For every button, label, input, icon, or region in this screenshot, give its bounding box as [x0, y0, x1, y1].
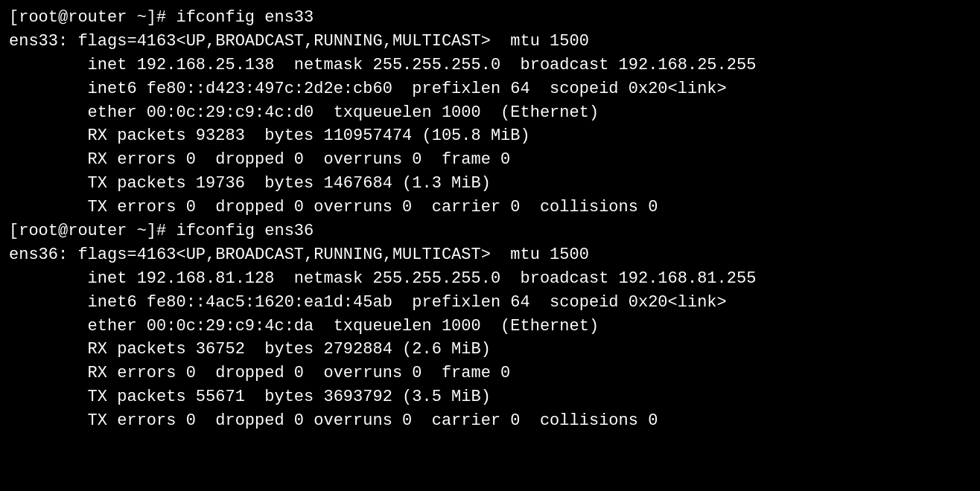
terminal-line: TX errors 0 dropped 0 overruns 0 carrier…: [9, 196, 971, 219]
terminal-line: inet 192.168.25.138 netmask 255.255.255.…: [9, 54, 971, 77]
terminal-line: ether 00:0c:29:c9:4c:da txqueuelen 1000 …: [9, 315, 971, 338]
terminal-line: ether 00:0c:29:c9:4c:d0 txqueuelen 1000 …: [9, 101, 971, 125]
terminal-line: ens36: flags=4163<UP,BROADCAST,RUNNING,M…: [9, 243, 971, 267]
terminal-line: [root@router ~]# ifconfig ens36: [9, 219, 971, 243]
terminal-output: [root@router ~]# ifconfig ens33ens33: fl…: [9, 6, 971, 433]
terminal-line: inet6 fe80::4ac5:1620:ea1d:45ab prefixle…: [9, 291, 971, 315]
terminal-line: RX errors 0 dropped 0 overruns 0 frame 0: [9, 148, 971, 172]
terminal-line: RX packets 36752 bytes 2792884 (2.6 MiB): [9, 338, 971, 362]
terminal-line: TX errors 0 dropped 0 overruns 0 carrier…: [9, 409, 971, 433]
terminal-line: inet6 fe80::d423:497c:2d2e:cb60 prefixle…: [9, 77, 971, 101]
terminal-line: TX packets 55671 bytes 3693792 (3.5 MiB): [9, 385, 971, 409]
terminal-line: RX errors 0 dropped 0 overruns 0 frame 0: [9, 362, 971, 385]
terminal-line: [root@router ~]# ifconfig ens33: [9, 6, 971, 30]
terminal-line: inet 192.168.81.128 netmask 255.255.255.…: [9, 267, 971, 291]
terminal-line: ens33: flags=4163<UP,BROADCAST,RUNNING,M…: [9, 30, 971, 54]
terminal-line: RX packets 93283 bytes 110957474 (105.8 …: [9, 124, 971, 148]
terminal-line: TX packets 19736 bytes 1467684 (1.3 MiB): [9, 172, 971, 196]
